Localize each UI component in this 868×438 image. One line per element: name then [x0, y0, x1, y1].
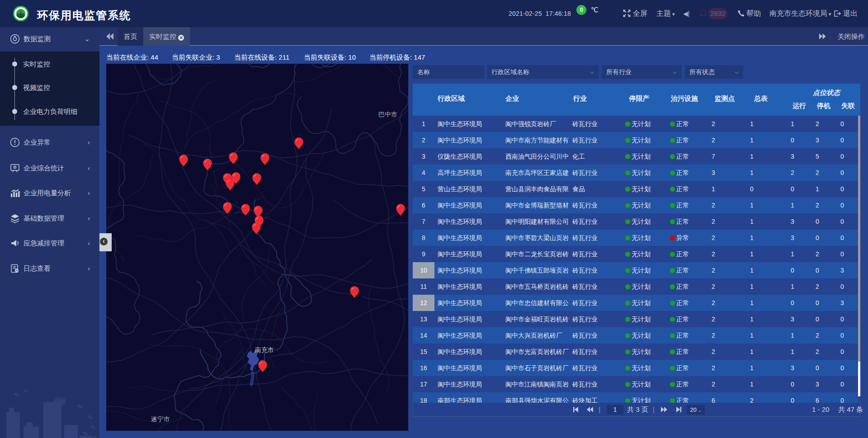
svg-text:遂宁市: 遂宁市 — [151, 415, 170, 423]
svg-text:南充市: 南充市 — [255, 346, 274, 353]
svg-text:巴中市: 巴中市 — [378, 111, 397, 118]
